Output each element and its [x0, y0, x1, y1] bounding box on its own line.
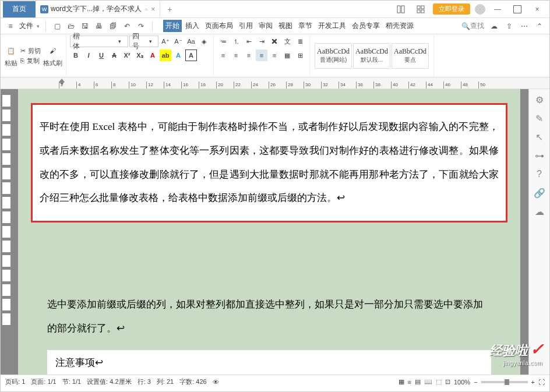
minimize-button[interactable]: —	[490, 3, 505, 15]
page-canvas[interactable]: 平时在使用 Excel 表格中，可能由于制作表格时操作不当，或者制作好以后发现数…	[18, 89, 520, 375]
file-menu[interactable]: 文件	[19, 21, 33, 31]
format-painter-button[interactable]: 🖌 格式刷	[43, 44, 62, 68]
clear-format-icon[interactable]: ◈	[198, 36, 210, 47]
view-mode3-icon[interactable]: ▤	[415, 378, 421, 386]
bold-icon[interactable]: B	[70, 50, 82, 61]
change-case-icon[interactable]: Aa	[185, 36, 197, 47]
status-col[interactable]: 列: 21	[157, 377, 174, 386]
sort-icon[interactable]: 🗙	[269, 36, 280, 47]
view-mode1-icon[interactable]: ▦	[399, 378, 404, 386]
zoom-in-icon[interactable]: +	[531, 379, 535, 386]
justify-icon[interactable]: ≡	[256, 50, 267, 61]
font-size-select[interactable]: 四号▾	[129, 36, 158, 47]
thumb-13[interactable]	[2, 269, 11, 282]
thumb-9[interactable]	[2, 211, 11, 224]
status-setvalue[interactable]: 设置值: 4.2厘米	[87, 377, 131, 386]
thumb-14[interactable]	[2, 284, 11, 296]
shading-icon[interactable]: ▦	[281, 50, 293, 61]
thumb-7[interactable]	[2, 182, 11, 195]
side-adjust-icon[interactable]: ⊶	[534, 150, 545, 161]
side-help-icon[interactable]: ?	[534, 168, 545, 180]
maximize-button[interactable]	[510, 3, 525, 15]
side-edit-icon[interactable]: ✎	[534, 112, 545, 124]
more-icon[interactable]: ⋯	[519, 21, 530, 31]
thumb-8[interactable]	[2, 196, 11, 209]
thumb-6[interactable]	[2, 167, 11, 180]
char-border-icon[interactable]: A	[185, 50, 197, 61]
ruler[interactable]: 2468101214161820222426283032343638404244…	[1, 77, 549, 89]
cut-button[interactable]: ✂剪切	[20, 47, 41, 55]
tab-view[interactable]: 视图	[276, 20, 295, 32]
side-cloud-icon[interactable]: ☁	[534, 206, 545, 217]
tab-member[interactable]: 会员专享	[350, 20, 382, 32]
document-tab[interactable]: W word文字下...掉，学会不求人 ▫ ×	[36, 1, 160, 17]
indent-inc-icon[interactable]: ⇥	[256, 36, 267, 47]
thumb-2[interactable]	[2, 109, 11, 122]
thumb-10[interactable]	[2, 225, 11, 238]
status-row[interactable]: 行: 3	[138, 377, 151, 386]
align-right-icon[interactable]: ≡	[243, 50, 255, 61]
text-direction-icon[interactable]: 文	[281, 36, 293, 47]
view-mode4-icon[interactable]: 📖	[424, 378, 432, 386]
layout-icon[interactable]	[393, 3, 408, 15]
zoom-out-icon[interactable]: −	[474, 379, 477, 386]
style-normal[interactable]: AaBbCcDd 普通(网站)	[315, 43, 352, 69]
align-left-icon[interactable]: ≡	[217, 50, 229, 61]
thumb-15[interactable]	[2, 298, 11, 311]
side-link-icon[interactable]: 🔗	[534, 187, 545, 199]
status-words[interactable]: 字数: 426	[179, 377, 206, 386]
view-mode5-icon[interactable]: ⬚	[436, 378, 442, 386]
numbering-icon[interactable]: ⒈	[230, 36, 242, 47]
fit-icon[interactable]: ⊡	[445, 378, 450, 386]
superscript-icon[interactable]: X²	[121, 50, 133, 61]
undo-icon[interactable]: ↶	[122, 21, 132, 31]
thumb-11[interactable]	[2, 240, 11, 253]
zoom-value[interactable]: 100%	[454, 379, 470, 386]
tab-section[interactable]: 章节	[296, 20, 315, 32]
tab-start[interactable]: 开始	[163, 20, 182, 32]
borders-icon[interactable]: ⊞	[294, 50, 306, 61]
thumb-16[interactable]	[2, 313, 11, 326]
tab-page-layout[interactable]: 页面布局	[203, 20, 235, 32]
search-box[interactable]: 🔍 查找	[461, 21, 484, 31]
tab-devtools[interactable]: 开发工具	[316, 20, 348, 32]
distribute-icon[interactable]: ≡	[269, 50, 280, 61]
paste-button[interactable]: 📋 粘贴	[4, 44, 18, 68]
grid-icon[interactable]	[413, 3, 428, 15]
subscript-icon[interactable]: X₂	[134, 50, 146, 61]
align-center-icon[interactable]: ≡	[230, 50, 242, 61]
tab-docer[interactable]: 稻壳资源	[383, 20, 416, 32]
redo-icon[interactable]: ↷	[136, 21, 146, 31]
home-tab[interactable]: 首页	[3, 1, 36, 17]
login-button[interactable]: 立即登录	[433, 3, 470, 15]
style-key[interactable]: AaBbCcDd 要点	[392, 43, 429, 69]
print-preview-icon[interactable]: 🗐	[108, 21, 118, 31]
side-settings-icon[interactable]: ⚙	[534, 94, 545, 105]
share-icon[interactable]: ⇪	[504, 21, 514, 31]
thumb-3[interactable]	[2, 123, 11, 136]
side-select-icon[interactable]: ↖	[534, 131, 545, 143]
status-pages[interactable]: 页面: 1/1	[31, 377, 56, 386]
menu-icon[interactable]: ≡	[5, 21, 16, 31]
paragraph-2[interactable]: 选中要添加前缀或后缀的列，如果对整列都加直接选中整列，如果只是对一部分加只需要选…	[47, 293, 491, 341]
bullets-icon[interactable]: ≔	[217, 36, 229, 47]
status-section[interactable]: 节: 1/1	[62, 377, 81, 386]
paragraph-3-box[interactable]: 注意事项↩	[47, 350, 491, 375]
text-effects-icon[interactable]: A	[172, 50, 184, 61]
indent-dec-icon[interactable]: ⇤	[243, 36, 255, 47]
save-icon[interactable]: 🖫	[80, 21, 90, 31]
fullscreen-icon[interactable]: ⛶	[538, 379, 545, 386]
open-icon[interactable]: 🗁	[66, 21, 76, 31]
view-mode2-icon[interactable]: ≡	[408, 379, 411, 386]
new-tab-button[interactable]: +	[160, 5, 179, 14]
cloud-icon[interactable]: ☁	[489, 21, 499, 31]
line-spacing-icon[interactable]: ≣	[294, 36, 306, 47]
view-eye-icon[interactable]: 👁	[213, 379, 219, 386]
highlighted-paragraph[interactable]: 平时在使用 Excel 表格中，可能由于制作表格时操作不当，或者制作好以后发现数…	[31, 103, 507, 223]
thumb-4[interactable]	[2, 138, 11, 151]
thumb-5[interactable]	[2, 153, 11, 165]
font-color-icon[interactable]: A	[147, 50, 158, 61]
underline-icon[interactable]: U	[96, 50, 107, 61]
thumb-1[interactable]	[2, 94, 11, 107]
copy-button[interactable]: ⎘复制	[20, 56, 41, 65]
